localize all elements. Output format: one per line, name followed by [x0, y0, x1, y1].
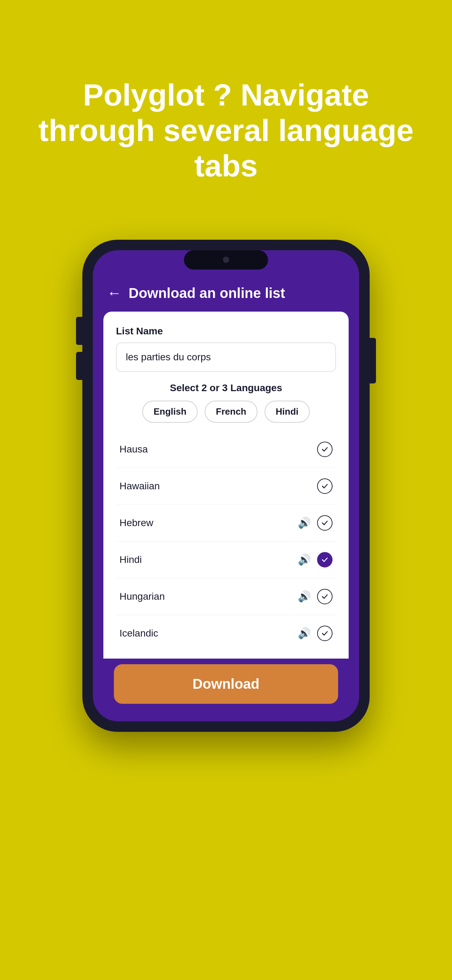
hebrew-speaker-icon[interactable]: 🔊 — [298, 517, 311, 529]
select-languages-label: Select 2 or 3 Languages — [116, 382, 336, 394]
hindi-check[interactable] — [317, 552, 333, 568]
download-button[interactable]: Download — [114, 664, 338, 704]
language-item-icelandic: Icelandic 🔊 — [116, 615, 336, 652]
language-name-hebrew: Hebrew — [119, 517, 153, 528]
language-name-hindi: Hindi — [119, 554, 142, 565]
hindi-speaker-icon[interactable]: 🔊 — [298, 554, 311, 566]
lang-tag-english[interactable]: English — [142, 401, 197, 423]
side-button-volume-down — [76, 352, 82, 380]
phone-screen: ← Download an online list List Name Sele… — [93, 250, 359, 721]
notch-camera — [223, 256, 229, 263]
screen-title: Download an online list — [129, 285, 285, 301]
lang-tag-hindi[interactable]: Hindi — [264, 401, 310, 423]
language-item-hausa: Hausa — [116, 431, 336, 468]
language-item-hungarian: Hungarian 🔊 — [116, 578, 336, 615]
hindi-actions: 🔊 — [298, 552, 333, 568]
list-name-label: List Name — [116, 326, 336, 337]
hawaiian-actions — [317, 479, 333, 494]
phone-notch — [184, 250, 268, 269]
language-item-hawaiian: Hawaiian — [116, 468, 336, 505]
icelandic-actions: 🔊 — [298, 626, 333, 641]
hebrew-actions: 🔊 — [298, 515, 333, 531]
language-name-hungarian: Hungarian — [119, 591, 165, 602]
phone-mockup: ← Download an online list List Name Sele… — [82, 240, 370, 732]
side-button-volume-up — [76, 317, 82, 345]
hausa-check[interactable] — [317, 442, 333, 457]
icelandic-check[interactable] — [317, 626, 333, 641]
hungarian-speaker-icon[interactable]: 🔊 — [298, 590, 311, 603]
language-name-hawaiian: Hawaiian — [119, 480, 160, 492]
hebrew-check[interactable] — [317, 515, 333, 531]
language-name-hausa: Hausa — [119, 444, 148, 455]
screen-header: ← Download an online list — [93, 278, 359, 312]
language-tags-row: English French Hindi — [116, 401, 336, 423]
lang-tag-french[interactable]: French — [205, 401, 258, 423]
back-button[interactable]: ← — [107, 286, 122, 301]
hungarian-actions: 🔊 — [298, 589, 333, 604]
phone-body: ← Download an online list List Name Sele… — [82, 240, 370, 732]
headline-section: Polyglot ? Navigate through several lang… — [0, 77, 452, 184]
language-item-hindi: Hindi 🔊 — [116, 541, 336, 578]
language-item-hebrew: Hebrew 🔊 — [116, 505, 336, 541]
headline-text: Polyglot ? Navigate through several lang… — [21, 77, 431, 184]
language-name-icelandic: Icelandic — [119, 628, 158, 639]
side-button-power — [370, 338, 376, 383]
screen-content: List Name Select 2 or 3 Languages Englis… — [103, 312, 349, 659]
hungarian-check[interactable] — [317, 589, 333, 604]
hausa-actions — [317, 442, 333, 457]
download-btn-wrapper: Download — [103, 659, 349, 721]
hawaiian-check[interactable] — [317, 479, 333, 494]
icelandic-speaker-icon[interactable]: 🔊 — [298, 627, 311, 639]
language-list: Hausa Hawaiian — [116, 431, 336, 652]
list-name-input[interactable] — [116, 342, 336, 372]
